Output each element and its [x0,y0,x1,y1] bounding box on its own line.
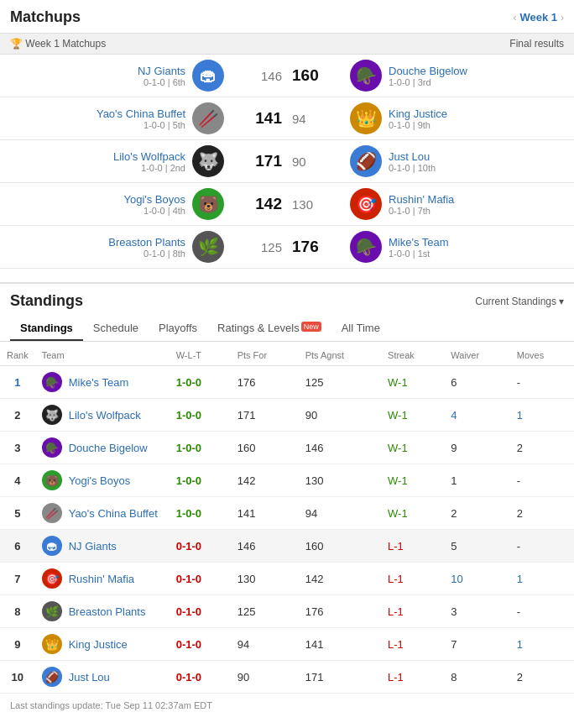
left-team-record: 0-1-0 | 8th [108,249,185,259]
left-team-name[interactable]: NJ Giants [138,65,185,77]
wlt-cell: 1-0-0 [170,432,231,464]
right-team-info: Rushin' Mafia 0-1-0 | 7th [389,193,454,216]
rank-cell: 8 [0,595,35,628]
team-name[interactable]: Rushin' Mafia [69,573,134,585]
pts-for-cell: 171 [231,399,299,432]
left-team-name[interactable]: Yogi's Boyos [123,193,185,206]
waiver-value: 5 [451,540,457,553]
standings-tab-playoffs[interactable]: Playoffs [149,317,207,341]
team-name[interactable]: Lilo's Wolfpack [69,409,141,422]
pts-agnst-cell: 160 [299,530,381,563]
matchup-inner: Breaston Plants 0-1-0 | 8th 🌿 125 176 🪖 … [0,231,574,263]
team-mini-avatar: 🏟 [42,536,62,556]
team-mini-avatar: 🌿 [42,601,62,621]
left-score: 142 [252,195,282,213]
streak-cell: W-1 [381,497,444,530]
final-results-label: Final results [509,38,564,50]
scores-block: 146 160 [224,66,350,85]
matchups-title: Matchups [10,8,81,26]
right-team-name[interactable]: Mike's Team [389,236,449,249]
matchup-rows: NJ Giants 0-1-0 | 6th 🏟 146 160 🪖 Douche… [0,55,574,269]
team-name[interactable]: Yogi's Boyos [69,474,131,487]
standings-tab-all-time[interactable]: All Time [331,317,390,341]
left-team-record: 1-0-0 | 4th [123,206,185,216]
standings-tab-ratings---levels[interactable]: Ratings & LevelsNew [207,317,331,341]
moves-value[interactable]: 1 [517,409,523,422]
matchup-row: Yogi's Boyos 1-0-0 | 4th 🐻 142 130 🎯 Rus… [0,183,574,226]
right-team-name[interactable]: Rushin' Mafia [389,193,454,206]
waiver-value: 8 [451,671,457,683]
table-row: 1 🪖 Mike's Team 1-0-0 176 125 W-1 6 - [0,366,574,399]
moves-value[interactable]: 1 [517,638,523,651]
moves-value[interactable]: 1 [517,573,523,585]
table-row: 8 🌿 Breaston Plants 0-1-0 125 176 L-1 3 … [0,595,574,628]
waiver-cell: 9 [444,432,509,464]
team-name[interactable]: Mike's Team [69,376,129,389]
left-team-name[interactable]: Lilo's Wolfpack [113,150,185,163]
prev-week-arrow[interactable]: ‹ [513,12,516,24]
team-name[interactable]: Douche Bigelow [69,442,148,454]
wlt-cell: 0-1-0 [170,595,231,628]
left-team-name[interactable]: Breaston Plants [108,236,185,249]
scores-block: 142 130 [224,195,350,213]
team-name[interactable]: Breaston Plants [69,605,146,618]
team-cell: 🥢 Yao's China Buffet [35,497,170,530]
right-team-info: King Justice 0-1-0 | 9th [389,107,447,130]
team-name[interactable]: Just Lou [69,671,110,683]
left-team-record: 1-0-0 | 2nd [113,163,185,173]
left-team-avatar: 🐺 [192,145,224,177]
left-team-block: Yogi's Boyos 1-0-0 | 4th 🐻 [10,188,224,220]
pts-for-cell: 130 [231,563,299,595]
moves-cell: 2 [510,432,574,464]
right-score: 160 [292,66,322,85]
waiver-cell: 10 [444,563,509,595]
left-team-name[interactable]: Yao's China Buffet [97,107,185,120]
waiver-value: 6 [451,376,457,389]
right-score: 130 [292,197,322,212]
right-team-name[interactable]: Douche Bigelow [389,65,467,77]
standings-section: Standings Current Standings ▾ StandingsS… [0,282,574,717]
right-team-avatar: 🪖 [350,231,382,263]
matchups-subheader: 🏆 Week 1 Matchups Final results [0,34,574,55]
left-team-avatar: 🥢 [192,102,224,134]
team-name[interactable]: King Justice [69,638,128,651]
table-header-row: Rank Team W-L-T Pts For Pts Agnst Streak… [0,345,574,366]
left-team-avatar: 🐻 [192,188,224,220]
standings-tab-schedule[interactable]: Schedule [83,317,149,341]
team-name[interactable]: NJ Giants [69,540,117,553]
next-week-arrow[interactable]: › [561,12,564,24]
waiver-value[interactable]: 10 [451,573,462,585]
streak-cell: W-1 [381,432,444,464]
rank-cell: 3 [0,432,35,464]
week-label[interactable]: Week 1 [519,11,557,24]
team-cell: 🏟 NJ Giants [35,530,170,563]
right-team-info: Douche Bigelow 1-0-0 | 3rd [389,65,467,87]
matchup-row: Yao's China Buffet 1-0-0 | 5th 🥢 141 94 … [0,97,574,140]
matchup-row: Lilo's Wolfpack 1-0-0 | 2nd 🐺 171 90 🏈 J… [0,140,574,183]
waiver-cell: 2 [444,497,509,530]
pts-for-cell: 94 [231,628,299,661]
table-row: 3 🪖 Douche Bigelow 1-0-0 160 146 W-1 9 2 [0,432,574,464]
right-team-name[interactable]: King Justice [389,107,447,120]
waiver-value[interactable]: 4 [451,409,457,422]
left-team-block: Lilo's Wolfpack 1-0-0 | 2nd 🐺 [10,145,224,177]
standings-tab-standings[interactable]: Standings [10,317,83,341]
right-team-name[interactable]: Just Lou [389,150,430,163]
team-cell: 🐺 Lilo's Wolfpack [35,399,170,432]
moves-value: - [517,540,520,553]
right-team-block: 🎯 Rushin' Mafia 0-1-0 | 7th [350,188,564,220]
left-team-block: Breaston Plants 0-1-0 | 8th 🌿 [10,231,224,263]
rank-cell: 10 [0,661,35,694]
matchup-week-label: 🏆 Week 1 Matchups [10,38,106,50]
wlt-cell: 0-1-0 [170,628,231,661]
wlt-cell: 1-0-0 [170,399,231,432]
pts-for-cell: 125 [231,595,299,628]
moves-cell: 2 [510,661,574,694]
moves-cell: - [510,595,574,628]
pts-for-cell: 176 [231,366,299,399]
chevron-down-icon: ▾ [559,296,564,307]
wlt-cell: 1-0-0 [170,366,231,399]
standings-footer: Last standings update: Tue Sep 11 02:37a… [0,694,574,717]
team-name[interactable]: Yao's China Buffet [69,507,158,520]
standings-dropdown[interactable]: Current Standings ▾ [475,296,564,307]
